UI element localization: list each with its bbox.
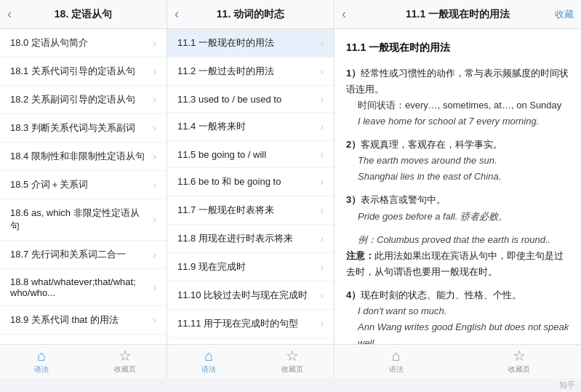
tab-icon: ⌂ xyxy=(392,348,401,363)
tab-bar: ⌂语法☆收藏页 ⌂语法☆收藏页 ⌂语法☆收藏页 xyxy=(0,344,581,378)
list-item[interactable]: 18.8 what/whatever;that/what; who/who...… xyxy=(0,269,167,306)
list-item[interactable]: 11.3 used to / be used to› xyxy=(167,86,334,113)
chevron-icon: › xyxy=(320,65,324,77)
list-item[interactable]: 11.1 一般现在时的用法› xyxy=(167,29,334,57)
list-item[interactable]: 18.6 as, which 非限定性定语从句› xyxy=(0,199,167,241)
chevron-icon: › xyxy=(320,37,324,49)
content-section: 3）表示格言或警句中。Pride goes before a fall. 骄者必… xyxy=(346,192,569,224)
tab-label: 语法 xyxy=(34,364,49,375)
tab-icon: ☆ xyxy=(286,348,299,363)
list-item[interactable]: 11.7 一般现在时表将来› xyxy=(167,196,334,225)
list-item[interactable]: 18.2 关系副词引导的定语从句› xyxy=(0,86,167,114)
mid-header: ‹ 11. 动词的时态 xyxy=(167,0,334,29)
tab-item[interactable]: ⌂语法 xyxy=(334,345,458,378)
right-column: ‹ 11.1 一般现在时的用法 收藏 11.1 一般现在时的用法 1）经常性或习… xyxy=(334,0,581,344)
mid-column: ‹ 11. 动词的时态 11.1 一般现在时的用法›11.2 一般过去时的用法›… xyxy=(167,0,334,344)
chevron-icon: › xyxy=(153,122,156,134)
list-item[interactable]: 11.4 一般将来时› xyxy=(167,113,334,141)
right-collect-button[interactable]: 收藏 xyxy=(555,8,574,21)
content-main-title: 11.1 一般现在时的用法 xyxy=(346,39,569,57)
list-item[interactable]: 11.11 用于现在完成时的句型› xyxy=(167,310,334,338)
list-item[interactable]: 18.3 判断关系代词与关系副词› xyxy=(0,114,167,143)
content-section: 1）经常性或习惯性的动作，常与表示频腻度的时间状语连用。时间状语：every…,… xyxy=(346,65,569,129)
content-section: 2）客观真理，客观存在，科学事实。The earth moves around … xyxy=(346,137,569,185)
tab-icon: ⌂ xyxy=(204,348,213,363)
list-item[interactable]: 18.1 关系代词引导的定语从句› xyxy=(0,57,167,86)
right-content: 11.1 一般现在时的用法 1）经常性或习惯性的动作，常与表示频腻度的时间状语连… xyxy=(334,29,581,344)
chevron-icon: › xyxy=(153,314,156,326)
chevron-icon: › xyxy=(153,281,156,293)
watermark-text: 知乎 xyxy=(559,380,575,391)
mid-back-button[interactable]: ‹ xyxy=(175,7,179,22)
chevron-icon: › xyxy=(153,179,156,191)
tab-bar-right: ⌂语法☆收藏页 xyxy=(334,345,581,378)
tab-label: 语法 xyxy=(201,364,216,375)
left-column: ‹ 18. 定语从句 18.0 定语从句简介›18.1 关系代词引导的定语从句›… xyxy=(0,0,167,344)
tab-item[interactable]: ☆收藏页 xyxy=(458,345,582,378)
tab-item[interactable]: ⌂语法 xyxy=(167,345,251,378)
chevron-icon: › xyxy=(320,318,324,329)
tab-label: 收藏页 xyxy=(114,364,136,375)
chevron-icon: › xyxy=(153,37,156,49)
tab-icon: ☆ xyxy=(119,348,132,363)
tab-item[interactable]: ☆收藏页 xyxy=(84,345,167,378)
chevron-icon: › xyxy=(153,65,156,77)
chevron-icon: › xyxy=(320,93,324,105)
tab-item[interactable]: ⌂语法 xyxy=(0,345,84,378)
tab-icon: ⌂ xyxy=(37,348,46,363)
right-header: ‹ 11.1 一般现在时的用法 收藏 xyxy=(334,0,581,29)
list-item[interactable]: 18.4 限制性和非限制性定语从句› xyxy=(0,143,167,171)
tab-icon: ☆ xyxy=(513,348,526,363)
list-item[interactable]: 18.9 关系代词 that 的用法› xyxy=(0,306,167,335)
tab-label: 收藏页 xyxy=(281,364,303,375)
left-header: ‹ 18. 定语从句 xyxy=(0,0,167,29)
left-list: 18.0 定语从句简介›18.1 关系代词引导的定语从句›18.2 关系副词引导… xyxy=(0,29,167,344)
list-item[interactable]: 18.0 定语从句简介› xyxy=(0,29,167,57)
mid-title: 11. 动词的时态 xyxy=(217,8,284,21)
chevron-icon: › xyxy=(320,233,324,244)
content-section: 例：Columbus proved that the earth is roun… xyxy=(346,232,569,280)
chevron-icon: › xyxy=(320,261,324,273)
chevron-icon: › xyxy=(153,151,156,162)
left-back-button[interactable]: ‹ xyxy=(7,7,12,22)
list-item[interactable]: 11.2 一般过去时的用法› xyxy=(167,57,334,86)
list-item[interactable]: 11.6 be to 和 be going to› xyxy=(167,168,334,196)
list-item[interactable]: 11.9 现在完成时› xyxy=(167,253,334,281)
tab-bar-left: ⌂语法☆收藏页 xyxy=(0,345,167,378)
tab-item[interactable]: ☆收藏页 xyxy=(251,345,334,378)
right-back-button[interactable]: ‹ xyxy=(342,7,346,22)
chevron-icon: › xyxy=(153,94,156,105)
chevron-icon: › xyxy=(320,176,324,188)
list-item[interactable]: 11.5 be going to / will› xyxy=(167,141,334,168)
chevron-icon: › xyxy=(320,204,324,216)
tab-label: 语法 xyxy=(389,364,404,375)
chevron-icon: › xyxy=(320,289,324,301)
list-item[interactable]: 18.7 先行词和关系词二合一› xyxy=(0,241,167,269)
chevron-icon: › xyxy=(153,214,156,225)
chevron-icon: › xyxy=(153,249,156,260)
mid-list: 11.1 一般现在时的用法›11.2 一般过去时的用法›11.3 used to… xyxy=(167,29,334,344)
list-item[interactable]: 11.10 比较过去时与现在完成时› xyxy=(167,281,334,310)
tab-bar-mid: ⌂语法☆收藏页 xyxy=(167,345,334,378)
chevron-icon: › xyxy=(320,148,324,160)
list-item[interactable]: 18.5 介词＋关系词› xyxy=(0,171,167,199)
content-section: 4）现在时刻的状态、能力、性格、个性。I don't want so much.… xyxy=(346,287,569,344)
left-title: 18. 定语从句 xyxy=(55,8,112,21)
tab-label: 收藏页 xyxy=(508,364,530,375)
chevron-icon: › xyxy=(320,121,324,132)
list-item[interactable]: 11.8 用现在进行时表示将来› xyxy=(167,225,334,253)
watermark-bar: 知乎 xyxy=(0,378,581,392)
right-title: 11.1 一般现在时的用法 xyxy=(406,8,510,21)
list-item[interactable]: 11.12 比较 since 和 for› xyxy=(167,338,334,344)
